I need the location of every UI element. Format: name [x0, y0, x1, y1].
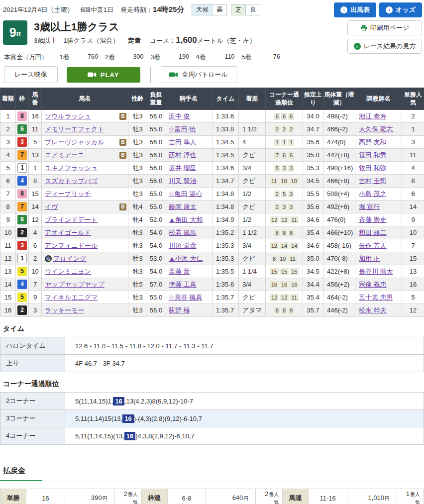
jockey-cell: 伊藤 工真	[165, 278, 212, 291]
corner-order-cell: 222	[266, 123, 303, 136]
jockey-link[interactable]: ▲小沢 大仁	[169, 255, 203, 262]
page-title: 3歳以上1勝クラス	[34, 20, 256, 33]
horse-name-link[interactable]: スズカトップバゴ	[45, 177, 98, 186]
jockey-link[interactable]: 伊藤 工真	[169, 281, 197, 288]
jockey-link[interactable]: 川須 栄彦	[169, 242, 197, 249]
play-button[interactable]: PLAY	[67, 67, 140, 83]
trainer-link[interactable]: 加用 正	[359, 255, 380, 262]
jockey-link[interactable]: 川又 賢治	[169, 177, 197, 185]
prize-item: 3着 190	[143, 53, 189, 62]
entry-table-button[interactable]: › 出馬表	[334, 2, 376, 17]
trainer-link[interactable]: 笹田 和秀	[359, 151, 387, 159]
waku-cell: 6	[16, 213, 29, 226]
win-popularity-cell: 7	[402, 239, 424, 252]
race-header: 9R 3歳以上1勝クラス 3歳以上 1勝クラス（混合） 定量 コース：1,600…	[0, 17, 424, 62]
horse-name-link[interactable]: アンフィニドール	[45, 241, 98, 250]
waku-cell: 7	[16, 149, 29, 162]
horse-number: 9	[29, 291, 42, 304]
finish-position: 8	[0, 201, 16, 213]
jockey-cell: 藤岡 康太	[165, 201, 212, 213]
horse-name-link[interactable]: マイネルエニグマ	[45, 293, 98, 302]
waku-cell: 8	[16, 110, 29, 123]
horse-name-link[interactable]: アオイゴールド	[45, 228, 91, 237]
horse-name-link[interactable]: イヴ	[45, 202, 58, 211]
trainer-link[interactable]: 和田 雄二	[359, 229, 387, 236]
trainer-link[interactable]: 吉村 圭司	[359, 177, 387, 185]
finish-position: 14	[0, 278, 16, 291]
sex-age: 牡3	[128, 110, 147, 123]
jockey-link[interactable]: ▲角田 大和	[169, 216, 203, 223]
bet-type-label: 馬連	[283, 489, 309, 504]
result-row: 15 5 9 マイネルエニグマ 牡3 55.0 ☆泉谷 楓真 1:35.7 クビ…	[0, 291, 424, 304]
horse-name-link[interactable]: ラッキーモー	[45, 306, 84, 315]
col-sex-age: 性齢	[128, 88, 147, 110]
trainer-link[interactable]: 松永 幹夫	[359, 306, 387, 314]
odds-button[interactable]: › オッズ	[379, 2, 422, 17]
finish-position: 3	[0, 136, 16, 149]
last-3f-cell: 35.0	[303, 149, 323, 162]
result-row: 11 3 6 アンフィニドール 牝3 54.0 川須 栄彦 1:35.3 3/4…	[0, 239, 424, 252]
horse-name-link[interactable]: ブレーヴジャッカル	[45, 138, 104, 147]
jockey-link[interactable]: ☆泉谷 楓真	[169, 294, 202, 301]
horse-name-link[interactable]: フロイング	[53, 254, 87, 263]
corner-position: 10	[290, 178, 299, 185]
trainer-link[interactable]: 斉藤 崇史	[359, 216, 387, 223]
horse-name-link[interactable]: ディープリッチ	[45, 190, 91, 199]
horse-name-link[interactable]: メモリーエフェクト	[45, 125, 104, 134]
jockey-link[interactable]: ☆富田 暁	[169, 125, 196, 133]
corner-position: 8	[274, 307, 280, 314]
how-to-read-button[interactable]: › レース結果の見方	[347, 39, 422, 54]
jockey-link[interactable]: 浜中 俊	[169, 112, 190, 120]
trainer-link[interactable]: 堀 宣行	[359, 203, 380, 210]
horse-number: 13	[29, 149, 42, 162]
trainer-link[interactable]: 大久保 龍志	[359, 125, 393, 133]
last-3f-cell: 34.0	[303, 110, 323, 123]
jockey-link[interactable]: 松若 風馬	[169, 229, 197, 236]
trainer-link[interactable]: 長谷川 浩大	[359, 268, 393, 275]
jockey-link[interactable]: 西村 淳也	[169, 151, 197, 159]
corner-row: 3コーナー 5,11(1,14)15(13,16)-(4,3)(2,8)(9,1…	[0, 410, 424, 427]
sex-age: 牡3	[128, 123, 147, 136]
waku-badge: 3	[17, 241, 27, 250]
trainer-link[interactable]: 高野 友和	[359, 138, 387, 146]
col-horse-weight: 馬体重（増減）	[323, 88, 355, 110]
carried-weight: 54.0	[147, 226, 165, 239]
print-page-button[interactable]: 印刷用ページ	[347, 20, 422, 35]
horse-name-cell: ユキノフラッシュ	[42, 162, 128, 175]
trainer-link[interactable]: 牧田 和弥	[359, 164, 387, 172]
jockey-link[interactable]: 斎藤 新	[169, 268, 190, 275]
patrol-movie-button[interactable]: 全周パトロール	[161, 66, 236, 83]
jockey-link[interactable]: 坂井 瑠星	[169, 164, 197, 172]
horse-weight-cell: 464(-2)	[323, 291, 355, 304]
horse-name-link[interactable]: ウインミニヨン	[45, 267, 91, 276]
corner-position: 16	[290, 281, 299, 288]
horse-name-cell: メモリーエフェクト	[42, 123, 128, 136]
horse-number: 3	[29, 304, 42, 317]
trainer-link[interactable]: 池江 泰寿	[359, 112, 387, 120]
trainer-link[interactable]: 小島 茂之	[359, 190, 387, 198]
jockey-link[interactable]: 藤岡 康太	[169, 203, 197, 210]
col-horse-number: 馬番	[29, 88, 42, 110]
horse-weight-cell: 470(-8)	[323, 252, 355, 265]
jockey-cell: ☆泉谷 楓真	[165, 291, 212, 304]
horse-name-link[interactable]: ユキノフラッシュ	[45, 164, 98, 173]
horse-name-link[interactable]: ヤップヤップヤップ	[45, 280, 105, 289]
race-movie-button[interactable]: レース映像	[4, 66, 58, 83]
jockey-link[interactable]: 荻野 極	[169, 306, 190, 314]
trainer-link[interactable]: 五十嵐 忠男	[359, 294, 393, 301]
jockey-link[interactable]: 吉田 隼人	[169, 138, 197, 146]
horse-number: 7	[29, 278, 42, 291]
waku-badge: 4	[17, 176, 27, 186]
trainer-link[interactable]: 宗像 義忠	[359, 281, 387, 288]
horse-name-link[interactable]: ブラインドデート	[45, 215, 98, 224]
corner-row-label: 2コーナー	[0, 393, 65, 410]
corner-position: 8	[288, 229, 294, 236]
margin-cell: 3/4	[239, 239, 266, 252]
horse-name-link[interactable]: エアミアーニ	[45, 151, 85, 160]
horse-number: 12	[29, 213, 42, 226]
horse-name-link[interactable]: ソウルラッシュ	[45, 112, 91, 121]
jockey-link[interactable]: ☆亀田 温心	[169, 190, 202, 198]
finish-position: 16	[0, 304, 16, 317]
corner-position: 11	[270, 178, 278, 185]
trainer-link[interactable]: 矢作 芳人	[359, 242, 387, 249]
